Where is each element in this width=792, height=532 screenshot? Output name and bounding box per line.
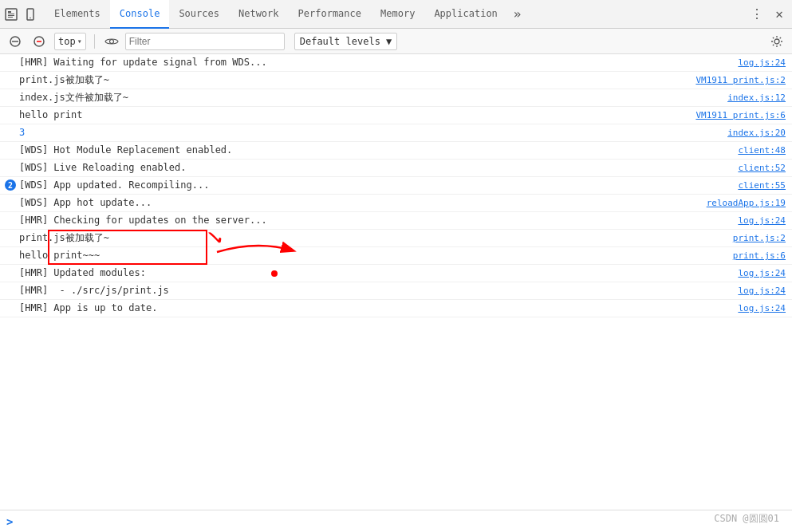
log-levels-selector[interactable]: Default levels ▼	[294, 33, 398, 50]
console-message: [WDS] App hot update...	[19, 196, 697, 210]
svg-point-7	[109, 39, 113, 43]
more-tabs-icon[interactable]: »	[507, 6, 528, 22]
inspect-icon[interactable]	[3, 6, 19, 22]
tab-network[interactable]: Network	[229, 0, 289, 29]
console-row: [HMR] App is up to date.log.js:24	[0, 300, 792, 317]
source-link[interactable]: client:48	[738, 144, 786, 157]
console-row: hello print~~~print.js:6	[0, 247, 792, 265]
console-row: 2[WDS] App updated. Recompiling...client…	[0, 177, 792, 195]
console-message: [HMR] App is up to date.	[19, 301, 728, 315]
source-link[interactable]: index.js:20	[727, 126, 786, 140]
console-row: hello printVM1911 print.js:6	[0, 107, 792, 124]
console-message: [HMR] Updated modules:	[19, 266, 728, 280]
tab-application[interactable]: Application	[424, 0, 506, 29]
tab-memory[interactable]: Memory	[371, 0, 424, 29]
svg-point-8	[774, 39, 779, 44]
console-message: index.js文件被加载了~	[19, 91, 718, 104]
source-link[interactable]: print.js:6	[733, 249, 786, 262]
source-link[interactable]: log.js:24	[738, 266, 786, 280]
console-message: hello print~~~	[19, 249, 723, 262]
console-row: print.js被加载了~print.js:2	[0, 230, 792, 247]
console-row: [HMR] - ./src/js/print.jslog.js:24	[0, 282, 792, 300]
source-link[interactable]: log.js:24	[738, 214, 786, 227]
source-link[interactable]: VM1911 print.js:6	[695, 108, 786, 122]
console-row: 3index.js:20	[0, 124, 792, 142]
mobile-icon[interactable]	[22, 6, 38, 22]
console-message: print.js被加载了~	[19, 73, 686, 87]
console-row: [WDS] App hot update...reloadApp.js:19	[0, 195, 792, 212]
console-row: [HMR] Updated modules:log.js:24	[0, 265, 792, 282]
tab-performance[interactable]: Performance	[289, 0, 371, 29]
devtools-tab-bar: Elements Console Sources Network Perform…	[0, 0, 792, 29]
console-toolbar: top ▾ Default levels ▼	[0, 29, 792, 54]
tab-sources[interactable]: Sources	[169, 0, 229, 29]
console-row: [WDS] Hot Module Replacement enabled.cli…	[0, 142, 792, 160]
source-link[interactable]: log.js:24	[738, 284, 786, 298]
filter-input[interactable]	[126, 33, 284, 50]
source-link[interactable]: index.js:12	[727, 91, 786, 104]
close-devtools-icon[interactable]: ✕	[770, 5, 789, 24]
source-link[interactable]: client:52	[738, 161, 786, 175]
console-row: [HMR] Checking for updates on the server…	[0, 212, 792, 230]
console-row: [HMR] Waiting for update signal from WDS…	[0, 54, 792, 72]
console-message: [WDS] Hot Module Replacement enabled.	[19, 144, 728, 157]
console-message: [HMR] - ./src/js/print.js	[19, 284, 728, 298]
eye-icon[interactable]	[101, 31, 122, 52]
console-message: [WDS] App updated. Recompiling...	[19, 179, 728, 192]
tab-elements[interactable]: Elements	[45, 0, 110, 29]
filter-input-wrap	[125, 33, 285, 50]
console-output: [HMR] Waiting for update signal from WDS…	[0, 54, 792, 510]
console-message: [HMR] Checking for updates on the server…	[19, 214, 728, 227]
context-selector[interactable]: top ▾	[54, 33, 86, 50]
console-row: index.js文件被加载了~index.js:12	[0, 89, 792, 107]
console-row: print.js被加载了~VM1911 print.js:2	[0, 72, 792, 89]
console-prompt-arrow[interactable]: >	[6, 515, 13, 528]
watermark: CSDN @圆圆01	[714, 512, 779, 526]
repeat-badge: 2	[5, 179, 16, 191]
devtools-settings-icon[interactable]: ⋮	[747, 5, 766, 24]
svg-point-2	[30, 17, 31, 18]
console-message: print.js被加载了~	[19, 231, 723, 245]
source-link[interactable]: log.js:24	[738, 56, 786, 69]
filter-toggle-icon[interactable]	[29, 31, 49, 52]
source-link[interactable]: reloadApp.js:19	[707, 196, 786, 210]
console-row: [WDS] Live Reloading enabled.client:52	[0, 160, 792, 177]
tab-console[interactable]: Console	[110, 0, 170, 29]
console-message: [WDS] Live Reloading enabled.	[19, 161, 728, 175]
source-link[interactable]: client:55	[738, 179, 786, 192]
source-link[interactable]: log.js:24	[738, 301, 786, 315]
console-message: 3	[19, 126, 718, 140]
console-message: hello print	[19, 108, 686, 122]
clear-console-icon[interactable]	[5, 31, 26, 52]
console-message: [HMR] Waiting for update signal from WDS…	[19, 56, 728, 69]
console-settings-icon[interactable]	[766, 31, 787, 52]
source-link[interactable]: print.js:2	[733, 231, 786, 245]
console-bottom-bar: >	[0, 510, 792, 532]
source-link[interactable]: VM1911 print.js:2	[695, 73, 786, 87]
